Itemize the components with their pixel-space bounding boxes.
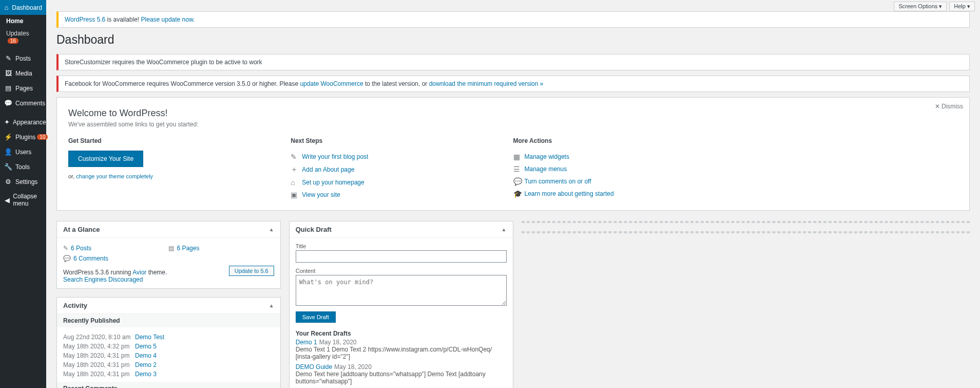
wp-version-link[interactable]: WordPress 5.6 [65,16,105,23]
activity-widget: Activity▲ Recently Published Aug 22nd 20… [56,297,281,388]
activity-post-link[interactable]: Demo Test [135,334,164,341]
plug-icon: ⚡ [4,133,12,141]
update-now-link[interactable]: Please update now. [141,16,195,23]
sidebar-item-comments[interactable]: 💬Comments [0,96,46,110]
sidebar-item-label: Comments [15,100,45,107]
draft-title-input[interactable] [296,250,507,263]
comments-toggle-link[interactable]: 💬Turn comments on or off [513,175,725,188]
draft-link[interactable]: DEMO Guide [296,363,332,371]
change-theme-link[interactable]: change your theme completely [76,173,153,179]
home-icon: ⌂ [291,178,302,187]
search-engines-link[interactable]: Search Engines Discouraged [63,276,143,283]
sidebar-item-label: Users [15,149,31,156]
activity-date: May 18th 2020, 4:32 pm [63,343,135,350]
dismiss-button[interactable]: ✕ Dismiss [935,103,963,110]
update-nag: WordPress 5.6 is available! Please updat… [56,11,970,28]
plugins-badge: 10 [37,134,48,140]
learn-icon: 🎓 [513,190,525,198]
draft-link[interactable]: Demo 1 [296,339,317,346]
manage-menus-link[interactable]: ☰Manage menus [513,163,725,175]
sidebar-item-dashboard[interactable]: ⌂ Dashboard [0,0,46,15]
welcome-col-next-steps: Next Steps ✎Write your first blog post ＋… [291,137,513,201]
storecustomizer-notice: StoreCustomizer requires the WooCommerce… [56,54,970,70]
title-label: Title [296,243,507,249]
sidebar-item-plugins[interactable]: ⚡Plugins10 [0,130,46,144]
update-woocommerce-link[interactable]: update WooCommerce [300,80,363,87]
chevron-up-icon: ▲ [502,227,507,232]
widget-title: At a Glance [63,226,100,233]
sidebar-item-label: Posts [15,55,31,62]
link-text: View your site [302,191,340,198]
pages-count-link[interactable]: 6 Pages [177,245,199,252]
activity-date: May 18th 2020, 4:31 pm [63,361,135,368]
learn-more-link[interactable]: 🎓Learn more about getting started [513,188,725,200]
menu-icon: ☰ [513,165,525,173]
empty-widget-dropzone[interactable] [522,231,970,233]
theme-link[interactable]: Avior [132,269,146,276]
manage-widgets-link[interactable]: ▦Manage widgets [513,151,725,163]
chevron-up-icon: ▲ [269,227,274,232]
activity-row: May 18th 2020, 4:31 pmDemo 4 [63,351,274,360]
activity-date: May 18th 2020, 4:31 pm [63,371,135,378]
activity-post-link[interactable]: Demo 2 [135,361,157,368]
view-icon: ▣ [291,191,302,199]
download-min-version-link[interactable]: download the minimum required version » [429,80,544,87]
activity-post-link[interactable]: Demo 5 [135,343,157,350]
page-icon: ▤ [168,245,174,252]
welcome-subtitle: We've assembled some links to get you st… [68,121,958,128]
draft-content-textarea[interactable] [296,275,507,306]
save-draft-button[interactable]: Save Draft [296,311,336,323]
write-post-link[interactable]: ✎Write your first blog post [291,151,503,163]
recent-drafts-heading: Your Recent Drafts [296,330,507,337]
sidebar-item-tools[interactable]: 🔧Tools [0,159,46,174]
main-content: Screen Options ▾ Help ▾ WordPress 5.6 is… [46,0,980,388]
link-text: Write your first blog post [302,153,368,160]
link-text: Learn more about getting started [525,190,614,197]
theme-suffix: theme. [146,269,167,276]
help-button[interactable]: Help ▾ [949,2,975,11]
sidebar-item-appearance[interactable]: ✦Appearance [0,115,46,130]
sidebar-sub-home[interactable]: Home [0,15,46,27]
sidebar-sub-updates[interactable]: Updates 16 [0,27,46,47]
brush-icon: ✦ [4,118,10,126]
posts-count-link[interactable]: 6 Posts [71,245,91,252]
link-text: Add an About page [302,166,354,173]
update-core-button[interactable]: Update to 5.6 [229,266,274,276]
plus-icon: ＋ [291,165,302,174]
comments-count-link[interactable]: 6 Comments [73,255,108,262]
link-text: Turn comments on or off [525,178,591,185]
sidebar-item-media[interactable]: 🖼Media [0,66,46,81]
sidebar-item-users[interactable]: 👤Users [0,144,46,159]
wp-version-text: WordPress 5.3.6 running [63,269,132,276]
widget-header[interactable]: Activity▲ [57,298,280,314]
activity-post-link[interactable]: Demo 3 [135,371,157,378]
collapse-icon: ◀ [4,196,10,204]
widget-header[interactable]: At a Glance▲ [57,221,280,238]
view-site-link[interactable]: ▣View your site [291,189,503,201]
sidebar-collapse[interactable]: ◀Collapse menu [0,189,46,211]
screen-options-button[interactable]: Screen Options ▾ [894,2,947,11]
pin-icon: ✎ [63,245,68,252]
screen-meta: Screen Options ▾ Help ▾ [46,0,980,11]
sidebar-item-posts[interactable]: ✎Posts [0,51,46,66]
customize-site-button[interactable]: Customize Your Site [68,151,143,167]
media-icon: 🖼 [4,69,12,77]
notice-text: Facebook for WooCommerce requires WooCom… [65,80,300,87]
sidebar-item-label: Pages [15,85,33,92]
link-text: Manage widgets [525,153,569,160]
draft-excerpt: Demo Text 1 Demo Text 2 https://www.inst… [296,346,507,360]
widget-header[interactable]: Quick Draft▲ [290,221,513,238]
empty-widget-dropzone[interactable] [522,221,970,223]
sidebar-item-settings[interactable]: ⚙Settings [0,174,46,189]
recent-comments-heading: Recent Comments [57,382,280,388]
content-label: Content [296,268,507,274]
sidebar-item-label: Collapse menu [13,193,42,207]
sidebar-item-label: Plugins [15,134,35,141]
setup-homepage-link[interactable]: ⌂Set up your homepage [291,176,503,189]
welcome-title: Welcome to WordPress! [68,108,958,119]
sidebar-item-pages[interactable]: ▤Pages [0,81,46,96]
draft-date: May 18, 2020 [319,339,357,346]
updates-badge: 16 [8,38,18,44]
activity-post-link[interactable]: Demo 4 [135,352,157,359]
add-about-link[interactable]: ＋Add an About page [291,163,503,176]
